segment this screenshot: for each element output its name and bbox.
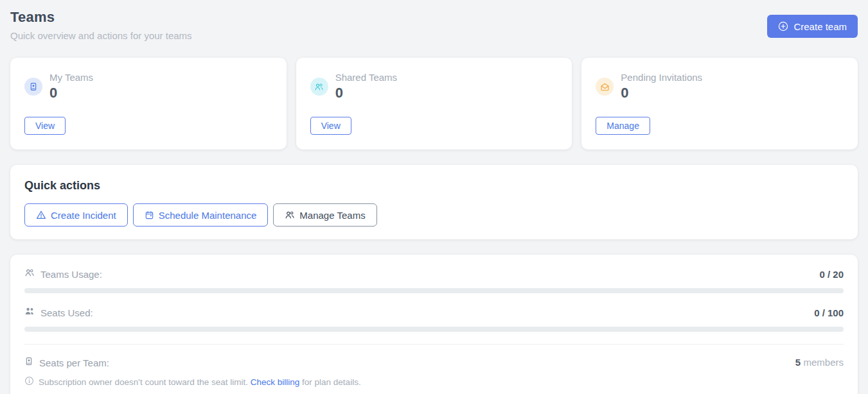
stat-card-shared-teams: Shared Teams 0 View [296,58,572,150]
calendar-icon [145,210,154,220]
usage-panel: Teams Usage: 0 / 20 Seats Used: 0 / 100 [10,255,858,394]
seats-per-team-label: Seats per Team: [39,357,109,368]
teams-usage-label: Teams Usage: [40,269,102,280]
seats-per-team-row: Seats per Team: 5 members [24,357,844,368]
stat-card-pending-invitations: Pending Invitations 0 Manage [581,58,858,150]
page-header: Teams Quick overview and actions for you… [10,9,858,41]
seats-per-team-value: 5 [795,357,801,368]
create-incident-button[interactable]: Create Incident [24,203,128,227]
stat-value: 0 [49,85,93,101]
warning-triangle-icon [36,210,46,220]
users-filled-icon [24,306,35,319]
teams-usage-row: Teams Usage: 0 / 20 [24,268,844,280]
stat-label: Pending Invitations [621,72,702,83]
stat-value: 0 [621,85,702,101]
check-billing-link[interactable]: Check billing [251,377,300,387]
manage-teams-label: Manage Teams [299,210,365,221]
view-my-teams-button[interactable]: View [24,117,66,135]
plus-circle-icon [778,21,788,31]
envelope-open-icon [596,78,614,96]
usage-divider [24,344,844,345]
stat-card-my-teams: My Teams 0 View [10,58,287,150]
users-icon [285,210,295,220]
create-team-button[interactable]: Create team [767,15,858,38]
teams-page: Teams Quick overview and actions for you… [0,0,868,394]
manage-teams-button[interactable]: Manage Teams [273,203,376,227]
teams-usage-progressbar [24,288,844,293]
note-text-before: Subscription owner doesn't count toward … [39,377,248,387]
quick-actions-title: Quick actions [24,179,844,193]
stat-label: My Teams [49,72,93,83]
seats-used-label: Seats Used: [40,307,93,318]
page-subtitle: Quick overview and actions for your team… [10,30,192,41]
schedule-maintenance-button[interactable]: Schedule Maintenance [133,203,269,227]
seats-used-value: 0 / 100 [814,307,844,318]
seat-limit-note: Subscription owner doesn't count toward … [24,376,844,388]
create-team-label: Create team [793,21,847,32]
users-outline-icon [24,268,35,280]
page-header-text: Teams Quick overview and actions for you… [10,9,192,41]
stats-row: My Teams 0 View Shared Teams 0 View [10,58,858,150]
page-title: Teams [10,9,192,26]
seats-used-progressbar [24,327,844,332]
quick-actions-buttons: Create Incident Schedule Maintenance Man… [24,203,844,227]
stat-label: Shared Teams [335,72,397,83]
manage-invitations-button[interactable]: Manage [596,117,650,135]
note-text-after: for plan details. [302,377,361,387]
create-incident-label: Create Incident [51,210,116,221]
users-icon [310,78,328,96]
teams-usage-value: 0 / 20 [819,269,844,280]
info-circle-icon [24,376,34,388]
schedule-maintenance-label: Schedule Maintenance [159,210,257,221]
seats-per-team-unit: members [803,357,844,368]
id-badge-icon [24,357,33,368]
quick-actions-panel: Quick actions Create Incident Schedule M… [10,165,858,239]
id-badge-icon [24,78,42,96]
stat-value: 0 [335,85,397,101]
view-shared-teams-button[interactable]: View [310,117,351,135]
seats-used-row: Seats Used: 0 / 100 [24,306,844,319]
